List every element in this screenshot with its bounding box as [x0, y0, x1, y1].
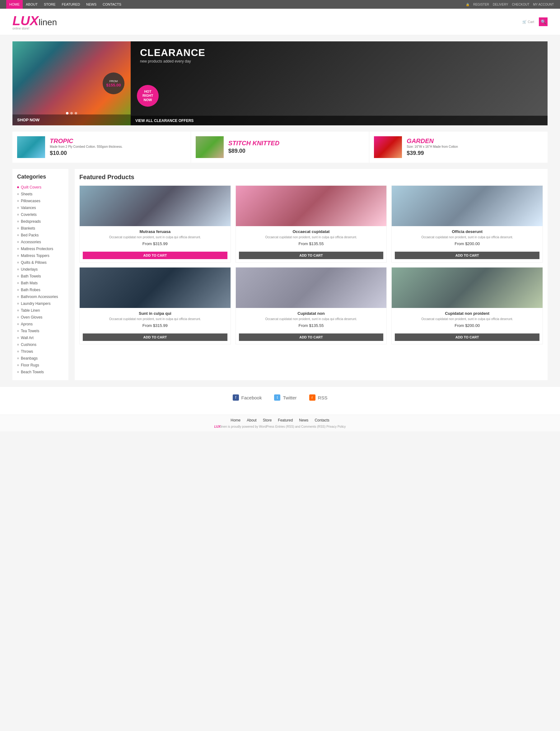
promo-image-2 [374, 136, 402, 158]
sidebar-item-valances[interactable]: Valances [17, 204, 64, 211]
footer-link-home[interactable]: Home [231, 418, 240, 422]
logo-linen: linen [39, 17, 57, 27]
sidebar-item-quilt-covers[interactable]: Quilt Covers [17, 184, 64, 191]
sidebar-item-tea-towels[interactable]: Tea Towels [17, 328, 64, 334]
rss-label: RSS [318, 395, 328, 400]
hero-dot-2[interactable] [70, 112, 73, 114]
hero-view-all[interactable]: VIEW ALL CLEARANCE OFFERS [131, 116, 548, 125]
sidebar-item-beach-towels[interactable]: Beach Towels [17, 369, 64, 375]
footer-link-featured[interactable]: Featured [278, 418, 293, 422]
footer-bottom: LUXlinen is proudly powered by WordPress… [3, 425, 557, 428]
sidebar-item-throws[interactable]: Throws [17, 348, 64, 355]
site-header: LUXlinen online store! 🛒 Cart 🔍 [0, 9, 560, 35]
sidebar-item-cushions[interactable]: Cushions [17, 341, 64, 348]
sidebar-item-oven-gloves[interactable]: Oven Gloves [17, 314, 64, 321]
add-to-cart-button-3[interactable]: Add to cart [83, 333, 227, 341]
promo-item-1[interactable]: STITCH KNITTED $89.00 [191, 132, 370, 163]
sidebar-item-blankets[interactable]: Blankets [17, 225, 64, 232]
sidebar-item-bed-packs[interactable]: Bed Packs [17, 232, 64, 239]
nav-home[interactable]: HOME [6, 0, 23, 9]
promo-price-2: $39.99 [407, 150, 543, 156]
product-image-2 [392, 186, 543, 226]
promo-item-2[interactable]: GARDEN Size: 16"W x 16"H Made from Cotto… [369, 132, 548, 163]
bullet-icon [17, 357, 19, 359]
sidebar-item-sheets[interactable]: Sheets [17, 191, 64, 198]
sidebar-item-wall-art[interactable]: Wall Art [17, 334, 64, 341]
promo-item-0[interactable]: TROPIC Made from 2 Ply Combed Cotton. 55… [12, 132, 191, 163]
sidebar-item-coverlets[interactable]: Coverlets [17, 211, 64, 218]
rss-link[interactable]: r RSS [309, 394, 328, 401]
sidebar-item-bath-towels[interactable]: Bath Towels [17, 273, 64, 280]
sidebar-item-quilts-pillows[interactable]: Quilts & Pillows [17, 259, 64, 266]
nav-featured[interactable]: FEATURED [59, 0, 83, 9]
sidebar-category-list: Quilt Covers Sheets Pillowcases Valances… [17, 184, 64, 375]
footer-link-store[interactable]: Store [263, 418, 272, 422]
add-to-cart-button-2[interactable]: Add to cart [395, 252, 539, 259]
add-to-cart-button-0[interactable]: Add to cart [83, 252, 227, 259]
sidebar-item-bath-mats[interactable]: Bath Mats [17, 280, 64, 286]
hero-main-banner[interactable]: FROM $155.00 SHOP NOW [12, 41, 131, 125]
hero-dot-1[interactable] [66, 112, 68, 114]
sidebar-item-mattress-protectors[interactable]: Mattress Protectors [17, 245, 64, 252]
product-image-4 [236, 268, 387, 308]
nav-myaccount[interactable]: MY ACCOUNT [533, 3, 554, 6]
nav-store[interactable]: STORE [41, 0, 59, 9]
twitter-link[interactable]: t Twitter [274, 394, 296, 401]
sidebar-item-beanbags[interactable]: Beanbags [17, 355, 64, 362]
hero-side-banner[interactable]: CLEARANCE new products added every day H… [131, 41, 548, 125]
footer-link-news[interactable]: News [299, 418, 308, 422]
sidebar-item-bath-robes[interactable]: Bath Robes [17, 286, 64, 293]
header-right: 🛒 Cart 🔍 [522, 17, 548, 26]
bullet-icon [17, 371, 19, 373]
bullet-icon [17, 241, 19, 243]
bullet-icon [17, 193, 19, 195]
sidebar-item-pillowcases[interactable]: Pillowcases [17, 198, 64, 204]
product-price-4: From $135.55 [239, 323, 384, 328]
search-button[interactable]: 🔍 [539, 17, 548, 26]
sidebar-item-bedspreads[interactable]: Bedspreads [17, 218, 64, 225]
footer-link-about[interactable]: About [247, 418, 256, 422]
bullet-icon [17, 227, 19, 229]
sidebar-item-accessories[interactable]: Accessories [17, 239, 64, 245]
add-to-cart-button-1[interactable]: Add to cart [239, 252, 384, 259]
sidebar-item-bathroom-accessories[interactable]: Bathroom Accessories [17, 293, 64, 300]
product-name-4: Cupidatat non [239, 311, 384, 316]
hero-dot-3[interactable] [75, 112, 77, 114]
sidebar-item-mattress-toppers[interactable]: Mattress Toppers [17, 252, 64, 259]
promo-strip: TROPIC Made from 2 Ply Combed Cotton. 55… [12, 132, 548, 163]
nav-register[interactable]: REGISTER [473, 3, 489, 6]
cart-link[interactable]: 🛒 Cart [522, 20, 534, 24]
twitter-icon: t [274, 394, 280, 401]
nav-news[interactable]: NEWS [83, 0, 100, 9]
footer: Home About Store Featured News Contacts … [0, 415, 560, 431]
bullet-icon [17, 330, 19, 332]
product-price-5: From $200.00 [395, 323, 539, 328]
add-to-cart-button-5[interactable]: Add to cart [395, 333, 539, 341]
add-to-cart-button-4[interactable]: Add to cart [239, 333, 384, 341]
footer-link-contacts[interactable]: Contacts [315, 418, 329, 422]
hero-shop-now[interactable]: SHOP NOW [17, 118, 40, 122]
sidebar-item-floor-rugs[interactable]: Floor Rugs [17, 362, 64, 369]
nav-delivery[interactable]: DELIVERY [493, 3, 508, 6]
facebook-link[interactable]: f Facebook [233, 394, 262, 401]
bullet-icon [17, 316, 19, 318]
site-logo[interactable]: LUXlinen online store! [12, 13, 57, 30]
sidebar-item-aprons[interactable]: Aprons [17, 321, 64, 328]
product-info-3: Sunt in culpa qui Occaecat cupidatat non… [80, 308, 231, 331]
hero-dots [66, 112, 77, 114]
product-price-2: From $200.00 [395, 241, 539, 246]
hero-price-value: $155.00 [106, 83, 121, 87]
product-name-3: Sunt in culpa qui [83, 311, 227, 316]
bullet-icon [17, 303, 19, 305]
promo-title-1: STITCH KNITTED [228, 140, 365, 146]
sidebar-item-table-linen[interactable]: Table Linen [17, 307, 64, 314]
nav-checkout[interactable]: CHECKOUT [512, 3, 529, 6]
footer-brand-lux: LUX [214, 425, 221, 428]
nav-about[interactable]: ABOUT [23, 0, 41, 9]
promo-price-1: $89.00 [228, 148, 365, 154]
bullet-icon [17, 200, 19, 202]
rss-icon: r [309, 394, 315, 401]
sidebar-item-underlays[interactable]: Underlays [17, 266, 64, 273]
nav-contacts[interactable]: CONTACTS [100, 0, 124, 9]
sidebar-item-laundry-hampers[interactable]: Laundry Hampers [17, 300, 64, 307]
